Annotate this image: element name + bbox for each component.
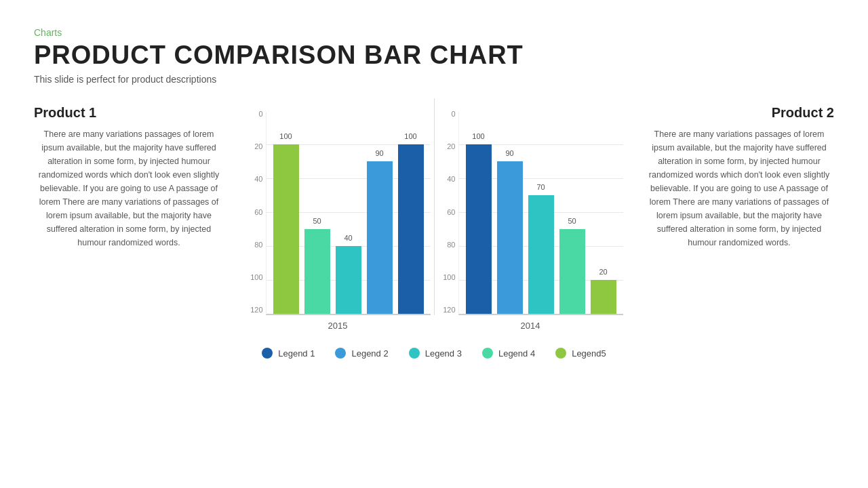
bar-column: 70 <box>528 195 554 314</box>
bar: 40 <box>336 246 361 314</box>
product2-title: Product 2 <box>644 105 834 121</box>
slide: Charts PRODUCT COMPARISON BAR CHART This… <box>0 0 868 488</box>
legend-label: Legend5 <box>572 348 606 359</box>
bar-column: 90 <box>497 161 523 314</box>
bar-value-label: 100 <box>273 132 299 140</box>
y-label: 20 <box>254 143 262 150</box>
product1-section: Product 1 There are many variations pass… <box>34 98 224 249</box>
chart2-bars: 10090705020 <box>458 112 623 315</box>
y-label: 80 <box>447 241 455 249</box>
bar-value-label: 90 <box>497 149 523 157</box>
y-label: 80 <box>254 241 262 249</box>
y-label: 0 <box>451 110 455 118</box>
bar-value-label: 50 <box>304 217 330 225</box>
y-label: 0 <box>258 110 262 118</box>
bar-value-label: 40 <box>336 234 361 242</box>
legend-item: Legend 2 <box>335 348 388 359</box>
bar-value-label: 70 <box>528 183 554 191</box>
legend-item: Legend 1 <box>262 348 315 359</box>
bar-column: 100 <box>398 144 424 314</box>
header: Charts PRODUCT COMPARISON BAR CHART This… <box>34 27 834 85</box>
legend-item: Legend5 <box>555 348 606 359</box>
y-label: 40 <box>254 176 262 183</box>
chart2-y-axis: 120 100 80 60 40 20 0 <box>438 110 458 314</box>
y-label: 120 <box>443 306 455 314</box>
bar-column: 100 <box>273 144 299 314</box>
bar-column: 100 <box>466 144 492 314</box>
legend-dot <box>482 348 493 359</box>
product1-title: Product 1 <box>34 105 224 121</box>
legend-item: Legend 4 <box>482 348 535 359</box>
y-label: 20 <box>447 143 455 150</box>
bar-value-label: 20 <box>591 268 616 276</box>
chart1-x-label: 2015 <box>328 321 348 331</box>
bar-value-label: 50 <box>559 217 585 225</box>
bar: 50 <box>559 229 585 314</box>
charts-row: 120 100 80 60 40 20 0 100504090100 2015 <box>224 98 644 331</box>
y-label: 60 <box>447 209 455 216</box>
chart1-area: 120 100 80 60 40 20 0 100504090100 <box>245 98 431 315</box>
bar: 100 <box>273 144 299 314</box>
content-area: Product 1 There are many variations pass… <box>34 98 834 468</box>
product2-section: Product 2 There are many variations pass… <box>644 98 834 249</box>
chart-divider <box>434 98 435 315</box>
legend-item: Legend 3 <box>409 348 462 359</box>
legend-label: Legend 3 <box>425 348 462 359</box>
bar-value-label: 90 <box>367 149 393 157</box>
charts-label: Charts <box>34 27 834 38</box>
bar: 90 <box>497 161 523 314</box>
bar-value-label: 100 <box>466 132 492 140</box>
bar-column: 50 <box>559 229 585 314</box>
chart2-x-label: 2014 <box>521 321 540 331</box>
legend-dot <box>335 348 346 359</box>
subtitle: This slide is perfect for product descri… <box>34 74 834 85</box>
y-label: 100 <box>443 274 455 281</box>
bar: 20 <box>591 280 616 314</box>
bar-column: 90 <box>367 161 393 314</box>
legend-dot <box>262 348 273 359</box>
y-label: 100 <box>250 274 262 281</box>
bar-column: 20 <box>591 280 616 314</box>
main-title: PRODUCT COMPARISON BAR CHART <box>34 41 834 70</box>
chart1-bars: 100504090100 <box>266 112 431 315</box>
legend-label: Legend 2 <box>351 348 388 359</box>
bar-column: 50 <box>304 229 330 314</box>
bar: 100 <box>466 144 492 314</box>
bar: 50 <box>304 229 330 314</box>
y-label: 40 <box>447 176 455 183</box>
bar: 90 <box>367 161 393 314</box>
bar: 100 <box>398 144 424 314</box>
y-label: 120 <box>250 306 262 314</box>
bar: 70 <box>528 195 554 314</box>
legend-dot <box>409 348 420 359</box>
legend-row: Legend 1Legend 2Legend 3Legend 4Legend5 <box>262 341 606 359</box>
legend-label: Legend 1 <box>278 348 315 359</box>
bar-value-label: 100 <box>398 132 424 140</box>
chart2-area: 120 100 80 60 40 20 0 10090705020 <box>438 98 623 315</box>
charts-container: 120 100 80 60 40 20 0 100504090100 2015 <box>224 98 644 359</box>
product2-body: There are many variations passages of lo… <box>644 127 834 249</box>
product1-body: There are many variations passages of lo… <box>34 127 224 249</box>
legend-label: Legend 4 <box>498 348 535 359</box>
y-label: 60 <box>254 209 262 216</box>
chart1-wrapper: 120 100 80 60 40 20 0 100504090100 2015 <box>245 98 431 331</box>
chart1-y-axis: 120 100 80 60 40 20 0 <box>245 110 266 314</box>
legend-dot <box>555 348 566 359</box>
bar-column: 40 <box>336 246 361 314</box>
chart2-wrapper: 120 100 80 60 40 20 0 10090705020 2014 <box>438 98 623 331</box>
